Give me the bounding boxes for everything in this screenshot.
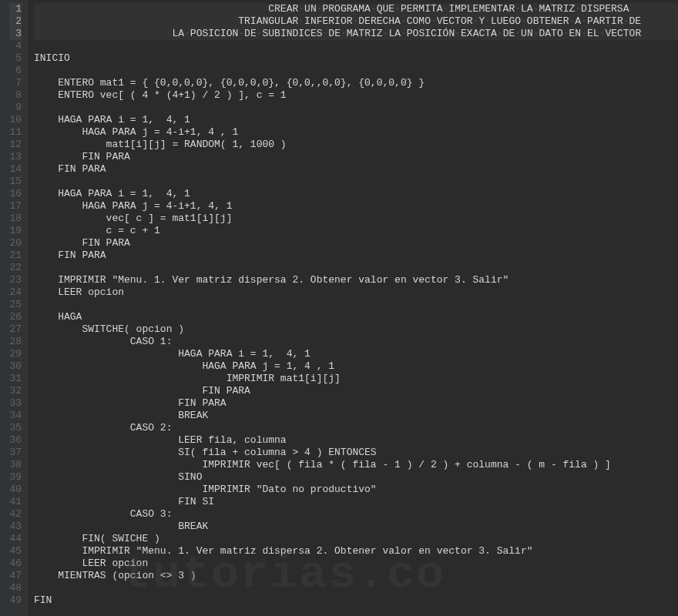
code-line: HAGA PARA i = 1, 4, 1 xyxy=(34,188,678,200)
code-line: FIN PARA xyxy=(34,385,678,397)
line-number: 30 xyxy=(9,360,22,373)
code-line: FIN PARA xyxy=(34,397,678,410)
line-number: 14 xyxy=(9,163,22,176)
line-number: 46 xyxy=(9,557,22,570)
code-line: HAGA PARA j = 1, 4 , 1 xyxy=(34,360,678,373)
line-number: 21 xyxy=(9,249,22,262)
line-number: 42 xyxy=(9,508,22,521)
code-line: HAGA PARA j = 4-i+1, 4, 1 xyxy=(34,200,678,213)
code-line xyxy=(34,582,678,594)
code-line: SINO xyxy=(34,471,678,484)
code-line: CREAR·UN·PROGRAMA·QUE·PERMITA·IMPLEMENTA… xyxy=(34,3,678,15)
code-line: ENTERO vec[ ( 4 * (4+1) / 2 ) ], c = 1 xyxy=(34,89,678,102)
code-line: CASO 2: xyxy=(34,422,678,434)
code-line: BREAK xyxy=(34,410,678,422)
code-line: IMPRIMIR "Menu. 1. Ver matriz dispersa 2… xyxy=(34,274,678,286)
code-line: IMPRIMIR "Dato no productivo" xyxy=(34,484,678,496)
code-line: mat1[i][j] = RANDOM( 1, 1000 ) xyxy=(34,139,678,151)
line-number: 15 xyxy=(9,176,22,188)
line-number: 16 xyxy=(9,188,22,200)
line-number: 35 xyxy=(9,422,22,434)
line-number: 37 xyxy=(9,447,22,459)
code-line: FIN PARA xyxy=(34,163,678,176)
line-number-gutter: 1234567891011121314151617181920212223242… xyxy=(0,0,28,616)
code-line: BREAK xyxy=(34,521,678,533)
line-number: 4 xyxy=(9,40,22,52)
line-number: 6 xyxy=(9,65,22,77)
line-number: 7 xyxy=(9,77,22,89)
line-number: 10 xyxy=(9,114,22,126)
code-line: HAGA PARA j = 4-i+1, 4 , 1 xyxy=(34,126,678,139)
code-line: FIN PARA xyxy=(34,249,678,262)
code-line: HAGA PARA i = 1, 4, 1 xyxy=(34,348,678,360)
code-line: FIN PARA xyxy=(34,151,678,163)
line-number: 32 xyxy=(9,385,22,397)
code-line: vec[ c ] = mat1[i][j] xyxy=(34,213,678,225)
line-number: 18 xyxy=(9,213,22,225)
line-number: 11 xyxy=(9,126,22,139)
line-number: 20 xyxy=(9,237,22,249)
line-number: 45 xyxy=(9,545,22,557)
line-number: 39 xyxy=(9,471,22,484)
line-number: 22 xyxy=(9,262,22,274)
line-number: 48 xyxy=(9,582,22,594)
code-line: FIN( SWICHE ) xyxy=(34,533,678,545)
code-line: FIN xyxy=(34,594,678,607)
line-number: 1 xyxy=(9,3,22,15)
code-editor: 1234567891011121314151617181920212223242… xyxy=(0,0,678,616)
code-line: HAGA xyxy=(34,311,678,323)
code-line: LEER opcion xyxy=(34,286,678,299)
line-number: 13 xyxy=(9,151,22,163)
line-number: 29 xyxy=(9,348,22,360)
code-line: LEER fila, columna xyxy=(34,434,678,447)
code-line: HAGA PARA i = 1, 4, 1 xyxy=(34,114,678,126)
code-line: FIN SI xyxy=(34,496,678,508)
line-number: 9 xyxy=(9,102,22,114)
line-number: 2 xyxy=(9,15,22,28)
code-line: MIENTRAS (opcion <> 3 ) xyxy=(34,570,678,582)
line-number: 12 xyxy=(9,139,22,151)
code-line: IMPRIMIR mat1[i][j] xyxy=(34,373,678,385)
line-number: 8 xyxy=(9,89,22,102)
code-line: TRIANGULAR·INFERIOR·DERECHA·COMO·VECTOR·… xyxy=(34,15,678,28)
code-line: SI( fila + columna > 4 ) ENTONCES xyxy=(34,447,678,459)
code-line: CASO 1: xyxy=(34,336,678,348)
line-number: 3 xyxy=(9,28,22,40)
code-line xyxy=(34,102,678,114)
line-number: 17 xyxy=(9,200,22,213)
line-number: 38 xyxy=(9,459,22,471)
code-line: IMPRIMIR "Menu. 1. Ver matriz dispersa 2… xyxy=(34,545,678,557)
code-line: LA·POSICION·DE·SUBINDICES·DE·MATRIZ·LA·P… xyxy=(34,28,678,40)
line-number: 28 xyxy=(9,336,22,348)
line-number: 19 xyxy=(9,225,22,237)
code-line: CASO 3: xyxy=(34,508,678,521)
code-line: SWITCHE( opcion ) xyxy=(34,323,678,336)
code-line xyxy=(34,299,678,311)
code-content-area: CREAR·UN·PROGRAMA·QUE·PERMITA·IMPLEMENTA… xyxy=(28,0,678,616)
code-line: ENTERO mat1 = { {0,0,0,0}, {0,0,0,0}, {0… xyxy=(34,77,678,89)
line-number: 33 xyxy=(9,397,22,410)
line-number: 41 xyxy=(9,496,22,508)
code-line: c = c + 1 xyxy=(34,225,678,237)
line-number: 44 xyxy=(9,533,22,545)
code-line: IMPRIMIR vec[ ( fila * ( fila - 1 ) / 2 … xyxy=(34,459,678,471)
code-line xyxy=(34,176,678,188)
code-line: FIN PARA xyxy=(34,237,678,249)
line-number: 31 xyxy=(9,373,22,385)
line-number: 26 xyxy=(9,311,22,323)
line-number: 36 xyxy=(9,434,22,447)
line-number: 43 xyxy=(9,521,22,533)
line-number: 25 xyxy=(9,299,22,311)
line-number: 47 xyxy=(9,570,22,582)
code-line: LEER opcion xyxy=(34,557,678,570)
line-number: 5 xyxy=(9,52,22,65)
code-line: INICIO xyxy=(34,52,678,65)
line-number: 49 xyxy=(9,594,22,607)
code-line xyxy=(34,65,678,77)
code-line xyxy=(34,40,678,52)
line-number: 23 xyxy=(9,274,22,286)
line-number: 40 xyxy=(9,484,22,496)
line-number: 27 xyxy=(9,323,22,336)
line-number: 34 xyxy=(9,410,22,422)
code-line xyxy=(34,262,678,274)
